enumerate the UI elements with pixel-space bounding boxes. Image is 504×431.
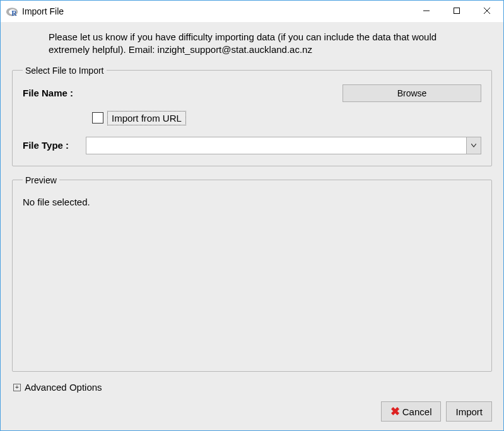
import-url-row: Import from URL <box>23 111 481 125</box>
dialog-content: Please let us know if you have difficult… <box>1 22 503 430</box>
maximize-button[interactable] <box>442 1 472 21</box>
chevron-down-icon[interactable] <box>466 137 481 154</box>
browse-button[interactable]: Browse <box>343 84 481 102</box>
preview-section: Preview No file selected. <box>12 175 492 372</box>
preview-legend: Preview <box>23 175 59 185</box>
filetype-combobox[interactable] <box>86 137 481 154</box>
filetype-input[interactable] <box>86 137 466 154</box>
close-button[interactable] <box>472 1 502 21</box>
dialog-footer: ✖ Cancel Import <box>12 399 492 422</box>
filetype-row: File Type : <box>23 137 481 154</box>
cancel-button[interactable]: ✖ Cancel <box>381 401 442 422</box>
svg-rect-4 <box>454 8 460 14</box>
titlebar: R Import File <box>1 1 503 22</box>
filetype-label: File Type : <box>23 140 86 151</box>
window-title: Import File <box>22 6 411 16</box>
import-button[interactable]: Import <box>446 401 492 422</box>
window-controls <box>411 1 502 22</box>
cancel-label: Cancel <box>402 406 432 417</box>
cancel-x-icon: ✖ <box>390 406 400 417</box>
import-label: Import <box>455 406 483 417</box>
filename-label: File Name : <box>23 88 86 98</box>
help-text: Please let us know if you have difficult… <box>12 31 492 66</box>
filename-row: File Name : Browse <box>23 84 481 102</box>
import-url-label[interactable]: Import from URL <box>107 111 186 125</box>
select-file-section: Select File to Import File Name : Browse… <box>12 66 492 166</box>
import-url-checkbox[interactable] <box>92 112 103 124</box>
preview-message: No file selected. <box>23 194 481 210</box>
advanced-options-toggle[interactable]: + Advanced Options <box>12 381 492 399</box>
r-app-icon: R <box>6 5 18 18</box>
select-file-legend: Select File to Import <box>23 66 107 76</box>
minimize-button[interactable] <box>411 1 442 21</box>
plus-expand-icon: + <box>13 384 21 391</box>
svg-text:R: R <box>11 9 17 18</box>
advanced-options-label: Advanced Options <box>25 382 102 393</box>
